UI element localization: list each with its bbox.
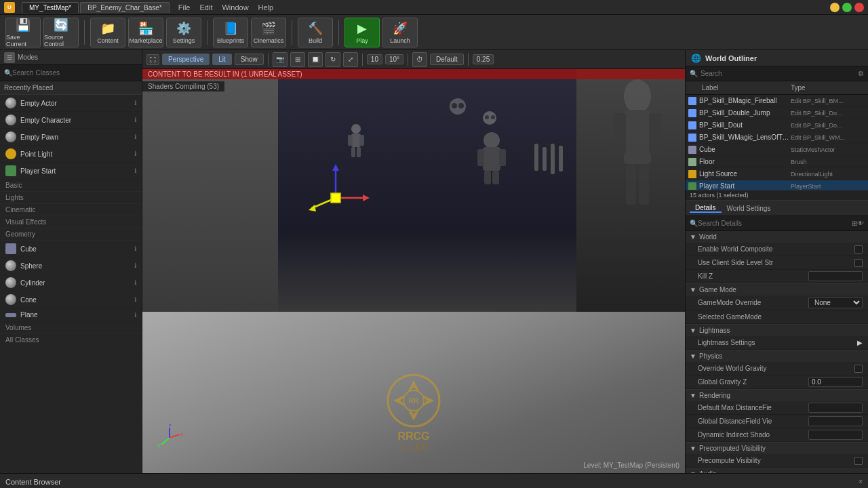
- category-volumes[interactable]: Volumes: [0, 322, 142, 334]
- tab-details[interactable]: Details: [690, 204, 722, 213]
- svg-rect-5: [639, 164, 649, 205]
- build-button[interactable]: 🔨 Build: [298, 18, 333, 47]
- default-profile[interactable]: Default: [430, 54, 464, 65]
- outliner-item[interactable]: Cube StaticMeshActor: [686, 144, 868, 156]
- cone-icon: [5, 294, 16, 305]
- vp-sep-2: [362, 54, 363, 66]
- left-item-cylinder[interactable]: Cylinder ℹ: [0, 274, 142, 291]
- left-item-player-start[interactable]: Player Start ℹ: [0, 163, 142, 180]
- show-button[interactable]: Show: [235, 54, 264, 65]
- viewport[interactable]: X Y Z CONTENT TO BE RESULT IN (1 UNREAL …: [142, 69, 685, 473]
- scene-statue: [604, 76, 671, 211]
- realtime-icon[interactable]: ⏱: [412, 52, 427, 67]
- cinematics-button[interactable]: 🎬 Cinematics: [251, 18, 286, 47]
- fov-value[interactable]: 10: [367, 54, 382, 64]
- details-search-input[interactable]: [698, 220, 852, 227]
- kill-z-input[interactable]: -1048575.0: [808, 271, 863, 281]
- outliner-item[interactable]: BP_Skill_Double_Jump Edit BP_Skill_Do...: [686, 107, 868, 119]
- physics-section-header[interactable]: ▼ Physics: [686, 350, 868, 362]
- category-cinematic[interactable]: Cinematic: [0, 204, 142, 216]
- svg-line-33: [161, 438, 170, 445]
- category-basic[interactable]: Basic: [0, 180, 142, 192]
- outliner-item[interactable]: BP_Skill_Dout Edit BP_Skill_Do...: [686, 119, 868, 131]
- lightmass-expand-icon[interactable]: ▶: [857, 339, 863, 346]
- category-all-classes[interactable]: All Classes: [0, 334, 142, 346]
- save-current-button[interactable]: 💾 Save Current: [5, 18, 41, 47]
- scale-snap-icon[interactable]: ⤢: [343, 52, 358, 67]
- maximize-button[interactable]: [842, 3, 852, 12]
- source-control-button[interactable]: 🔄 Source Control: [43, 18, 79, 47]
- tab-world-settings[interactable]: World Settings: [722, 205, 776, 212]
- col-label: Label: [688, 84, 791, 92]
- menu-help[interactable]: Help: [256, 3, 276, 12]
- tab-my-testmap[interactable]: MY_TestMap*: [22, 2, 79, 13]
- maximize-viewport-button[interactable]: ⛶: [146, 54, 159, 65]
- kill-z-value[interactable]: -1048575.0: [808, 271, 863, 281]
- play-button[interactable]: ▶ Play: [344, 18, 380, 47]
- rotate-snap-icon[interactable]: ↻: [326, 52, 340, 67]
- camera-icon[interactable]: 📷: [273, 52, 288, 67]
- outliner-item-player-start[interactable]: Player Start PlayerStart: [686, 180, 868, 190]
- main-layout: ☰ Modes 🔍 Recently Placed Empty Actor ℹ …: [0, 50, 868, 473]
- category-visual-effects[interactable]: Visual Effects: [0, 216, 142, 228]
- world-section-header[interactable]: ▼ World: [686, 231, 868, 243]
- minimize-button[interactable]: [830, 3, 840, 12]
- blueprints-button[interactable]: 📘 Blueprints: [213, 18, 248, 47]
- marketplace-icon: 🏪: [138, 21, 153, 36]
- outliner-item[interactable]: BP_Skill_WMagic_LensOfTruth Edit BP_Skil…: [686, 131, 868, 144]
- category-lights[interactable]: Lights: [0, 192, 142, 204]
- search-classes-input[interactable]: [12, 69, 138, 77]
- cb-close-icon[interactable]: ×: [859, 478, 863, 485]
- audio-section-header[interactable]: ▼ Audio: [686, 468, 868, 473]
- left-item-cube[interactable]: Cube ℹ: [0, 241, 142, 258]
- menu-file[interactable]: File: [176, 3, 193, 12]
- outliner-item[interactable]: Light Source DirectionalLight: [686, 168, 868, 180]
- max-distance-input[interactable]: 600.0: [808, 403, 863, 413]
- left-item-empty-actor[interactable]: Empty Actor ℹ: [0, 95, 142, 112]
- details-eye-icon[interactable]: 👁: [857, 220, 864, 227]
- precompute-visibility-checkbox[interactable]: [854, 457, 863, 465]
- override-gravity-checkbox[interactable]: [854, 365, 863, 373]
- gamemode-section-header[interactable]: ▼ Game Mode: [686, 284, 868, 296]
- search-classes-icon: 🔍: [4, 69, 12, 77]
- svg-point-19: [351, 124, 361, 134]
- settings-button[interactable]: ⚙️ Settings: [166, 18, 201, 47]
- snap-icon[interactable]: 🔲: [308, 52, 323, 67]
- outliner-search-input[interactable]: [701, 70, 855, 77]
- dynamic-indirect-input[interactable]: 0.8: [808, 430, 863, 440]
- outliner-item[interactable]: Floor Brush: [686, 156, 868, 168]
- left-item-point-light[interactable]: Point Light ℹ: [0, 146, 142, 163]
- menu-window[interactable]: Window: [220, 3, 250, 12]
- global-distance-input[interactable]: 20000.0: [808, 416, 863, 426]
- lightmass-section-header[interactable]: ▼ Lightmass: [686, 325, 868, 336]
- left-item-plane[interactable]: Plane ℹ: [0, 308, 142, 322]
- global-gravity-input[interactable]: [808, 377, 863, 387]
- lit-button[interactable]: Lit: [212, 54, 232, 65]
- grid-icon[interactable]: ⊞: [290, 52, 305, 67]
- left-item-cone[interactable]: Cone ℹ: [0, 291, 142, 308]
- close-button[interactable]: [854, 3, 864, 12]
- left-item-sphere[interactable]: Sphere ℹ: [0, 258, 142, 274]
- gamemode-override-dropdown[interactable]: None: [808, 297, 863, 308]
- perspective-button[interactable]: Perspective: [162, 54, 210, 65]
- vp-sep-1: [268, 54, 269, 66]
- visibility-section-header[interactable]: ▼ Precomputed Visibility: [686, 443, 868, 454]
- rendering-section-header[interactable]: ▼ Rendering: [686, 390, 868, 401]
- use-client-side-checkbox[interactable]: [854, 259, 863, 267]
- category-geometry[interactable]: Geometry: [0, 228, 142, 241]
- marketplace-button[interactable]: 🏪 Marketplace: [128, 18, 163, 47]
- enable-world-composite-checkbox[interactable]: [854, 245, 863, 253]
- outliner-settings-icon[interactable]: ⚙: [858, 70, 864, 77]
- scene-bg-figure: [346, 123, 366, 159]
- cb-header: Content Browser ×: [0, 474, 868, 488]
- tab-bp-enemy[interactable]: BP_Enemy_Char_Base*: [80, 2, 170, 13]
- menu-edit[interactable]: Edit: [198, 3, 215, 12]
- app-icon: U: [4, 2, 15, 13]
- details-filter-icon[interactable]: ⊞: [852, 220, 857, 227]
- content-button[interactable]: 📁 Content: [90, 18, 125, 47]
- outliner-item[interactable]: BP_Skill_BMagic_Fireball Edit BP_Skill_B…: [686, 95, 868, 107]
- left-item-empty-pawn[interactable]: Empty Pawn ℹ: [0, 129, 142, 146]
- launch-button[interactable]: 🚀 Launch: [382, 18, 418, 47]
- left-item-empty-character[interactable]: Empty Character ℹ: [0, 112, 142, 129]
- speed-value[interactable]: 0.25: [473, 54, 494, 64]
